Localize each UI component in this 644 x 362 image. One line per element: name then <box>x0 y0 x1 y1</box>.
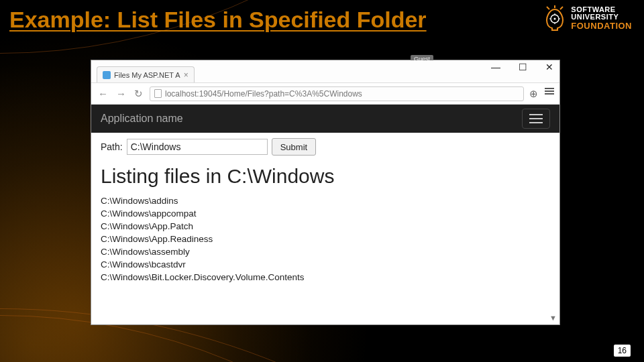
reload-button[interactable]: ↻ <box>133 88 144 100</box>
list-item: C:\Windows\appcompat <box>101 208 550 219</box>
scroll-down-icon[interactable]: ▼ <box>549 314 557 322</box>
browser-menu-icon[interactable] <box>545 88 554 100</box>
listing-heading: Listing files in C:\Windows <box>101 165 550 188</box>
path-input[interactable] <box>127 139 268 155</box>
browser-window: Guest Files My ASP.NET A × — ☐ ✕ ← → ↻ l… <box>91 60 559 324</box>
back-button[interactable]: ← <box>97 88 109 99</box>
list-item: C:\Windows\bcastdvr <box>101 259 550 269</box>
browser-tab[interactable]: Files My ASP.NET A × <box>97 66 195 82</box>
url-text: localhost:19045/Home/Files?path=C%3A%5CW… <box>165 89 362 99</box>
tab-title: Files My ASP.NET A <box>114 71 180 79</box>
file-list: C:\Windows\addins C:\Windows\appcompat C… <box>101 196 550 282</box>
url-input[interactable]: localhost:19045/Home/Files?path=C%3A%5CW… <box>150 86 524 101</box>
svg-line-1 <box>560 7 563 9</box>
favicon-icon <box>103 71 111 79</box>
page-icon <box>154 89 162 98</box>
app-name[interactable]: Application name <box>101 113 183 125</box>
minimize-button[interactable]: — <box>490 62 502 72</box>
page-number: 16 <box>614 345 631 357</box>
svg-line-0 <box>547 7 549 9</box>
softuni-logo: SOFTWARE UNIVERSITY FOUNDATION <box>544 5 632 31</box>
submit-button[interactable]: Submit <box>272 138 316 156</box>
list-item: C:\Windows\Bit.Locker.Discovery.Volume.C… <box>101 272 550 282</box>
app-menu-icon[interactable] <box>522 109 550 129</box>
svg-point-4 <box>554 18 556 20</box>
list-item: C:\Windows\App.Readiness <box>101 234 550 244</box>
forward-button[interactable]: → <box>115 88 127 99</box>
page-content: Path: Submit Listing files in C:\Windows… <box>91 133 559 324</box>
close-button[interactable]: ✕ <box>543 62 555 72</box>
logo-line2: UNIVERSITY <box>571 13 632 21</box>
path-label: Path: <box>101 141 123 152</box>
list-item: C:\Windows\App.Patch <box>101 221 550 231</box>
app-navbar: Application name <box>91 105 559 133</box>
list-item: C:\Windows\addins <box>101 196 550 206</box>
lightbulb-icon <box>544 5 566 31</box>
slide: Example: List Files in Specified Folder … <box>0 0 644 362</box>
maximize-button[interactable]: ☐ <box>517 62 529 72</box>
browser-titlebar: Files My ASP.NET A × — ☐ ✕ <box>91 60 559 83</box>
slide-title: Example: List Files in Specified Folder <box>9 7 427 33</box>
list-item: C:\Windows\assembly <box>101 247 550 257</box>
logo-text: SOFTWARE UNIVERSITY FOUNDATION <box>571 6 632 31</box>
tab-close-icon[interactable]: × <box>184 70 189 80</box>
logo-line3: FOUNDATION <box>571 21 632 31</box>
zoom-icon[interactable]: ⊕ <box>529 88 538 100</box>
path-form: Path: Submit <box>101 138 550 156</box>
browser-addressbar: ← → ↻ localhost:19045/Home/Files?path=C%… <box>91 83 559 105</box>
window-controls: — ☐ ✕ <box>490 62 555 72</box>
